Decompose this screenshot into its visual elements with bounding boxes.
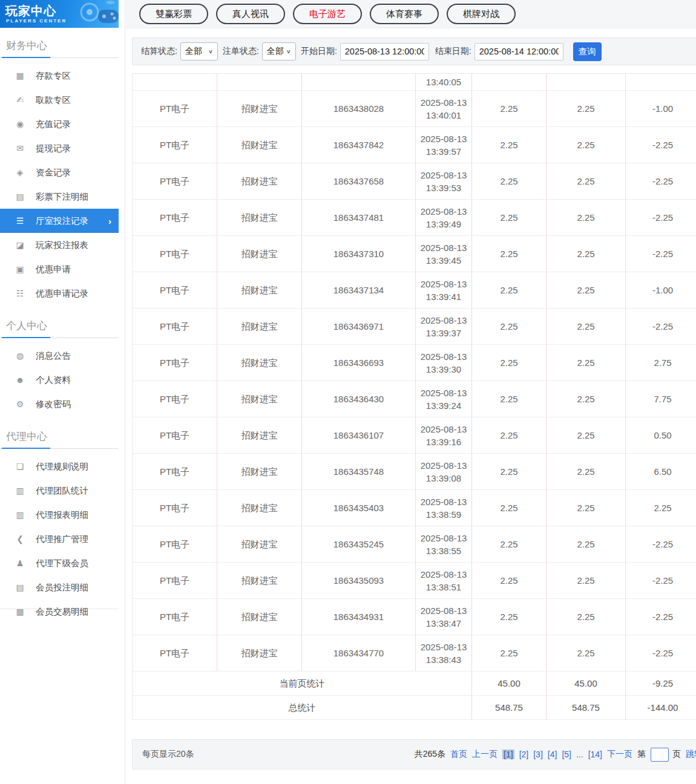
- cell-bet-time: 2025-08-1313:39:16: [416, 417, 472, 454]
- cell-game: 招财进宝: [217, 490, 302, 526]
- sidebar-item-label: 厅室投注记录: [36, 215, 88, 227]
- cash-icon: ✉: [15, 143, 25, 153]
- next-page-link[interactable]: 下一页: [607, 749, 632, 760]
- sidebar-nav: 财务中心▦存款专区✍取款专区◉充值记录✉提现记录◈资金记录▤彩票下注明细☰厅室投…: [0, 35, 119, 626]
- prev-page-link[interactable]: 上一页: [472, 749, 497, 760]
- sidebar-item-withdrawal-records[interactable]: ✉提现记录: [0, 136, 119, 160]
- sidebar-item-message-announcements[interactable]: ◍消息公告: [0, 344, 119, 368]
- cell-game: 招财进宝: [217, 526, 302, 563]
- sidebar-item-label: 代理推广管理: [36, 534, 88, 545]
- bet-records-table: 13:40:05PT电子招财进宝18634380282025-08-1313:4…: [132, 73, 696, 720]
- cell-win-loss: 0.50: [626, 417, 696, 454]
- cell-order-id: [302, 74, 416, 91]
- end-date-input[interactable]: [474, 43, 563, 60]
- cell-bet-time: 2025-08-1313:38:59: [416, 490, 472, 526]
- sidebar-item-agent-promotion-manage[interactable]: ❮代理推广管理: [0, 527, 119, 551]
- cell-platform: PT电子: [133, 563, 217, 599]
- page-link[interactable]: [3]: [533, 750, 543, 759]
- sidebar-item-promo-application[interactable]: ▣优惠申请: [0, 257, 119, 281]
- chevron-right-icon: ›: [108, 216, 111, 226]
- cell-bet-time: 2025-08-1313:38:51: [416, 563, 472, 599]
- cell-bet-amount: 2.25: [472, 200, 547, 236]
- sidebar-item-agent-sub-members[interactable]: ♟代理下级会员: [0, 551, 119, 575]
- page-link[interactable]: [14]: [588, 750, 602, 759]
- settle-status-label: 结算状态:: [141, 46, 177, 57]
- cell-platform: PT电子: [133, 454, 217, 490]
- record-list-icon: ☷: [15, 289, 25, 298]
- sidebar-item-agent-rules[interactable]: ❏代理规则说明: [0, 454, 119, 479]
- sidebar-item-lottery-bet-details[interactable]: ▤彩票下注明细: [0, 185, 119, 209]
- cell-platform: PT电子: [133, 272, 217, 309]
- sidebar-item-label: 玩家投注报表: [36, 240, 88, 251]
- sidebar-item-withdraw-zone[interactable]: ✍取款专区: [0, 88, 119, 112]
- sidebar-item-member-bet-details[interactable]: ▤会员投注明细: [0, 575, 119, 599]
- cell-order-id: 1863435245: [302, 526, 416, 563]
- funds-icon: ◈: [15, 168, 25, 177]
- person-icon: ☻: [15, 375, 25, 385]
- chevron-down-icon: ∨: [208, 48, 213, 54]
- sidebar-item-personal-profile[interactable]: ☻个人资料: [0, 368, 119, 392]
- cell-win-loss: [626, 74, 696, 91]
- cell-bet-time: 2025-08-1313:39:45: [416, 236, 472, 272]
- cell-bet-time: 2025-08-1313:39:49: [416, 200, 472, 236]
- sidebar-item-member-transaction-details[interactable]: ▦会员交易明细: [0, 599, 119, 624]
- settle-status-select[interactable]: 全部 ∨: [180, 42, 218, 60]
- players-center-app: 玩家中心 PLAYERS CENTER 财务中心▦存款专区✍取款专区◉充值记录✉…: [0, 0, 696, 784]
- money-bag-icon: ◉: [15, 119, 25, 129]
- cell-win-loss: 6.50: [626, 454, 696, 490]
- cell-bet-amount: 2.25: [472, 526, 547, 563]
- table-row: PT电子招财进宝18634350932025-08-1313:38:512.25…: [133, 563, 696, 599]
- sidebar-item-label: 资金记录: [36, 167, 71, 178]
- tab-board-card-battle[interactable]: 棋牌对战: [447, 4, 516, 24]
- cell-win-loss: -1.00: [626, 272, 696, 309]
- cell-win-loss: -2.25: [626, 163, 696, 200]
- tab-live-video[interactable]: 真人视讯: [216, 4, 285, 24]
- jump-button[interactable]: 跳转: [686, 749, 696, 760]
- sidebar-item-agent-report-details[interactable]: ▥代理报表明细: [0, 503, 119, 527]
- cell-order-id: 1863436107: [302, 417, 416, 454]
- order-status-label: 注单状态:: [223, 46, 259, 57]
- sidebar-item-label: 优惠申请: [36, 264, 71, 275]
- sidebar-item-funds-records[interactable]: ◈资金记录: [0, 160, 119, 185]
- sidebar-item-agent-team-stats[interactable]: ▥代理团队统计: [0, 479, 119, 503]
- sidebar-item-label: 优惠申请记录: [36, 288, 88, 299]
- sidebar-item-player-bet-report[interactable]: ◪玩家投注报表: [0, 233, 119, 257]
- page-link-current[interactable]: [1]: [502, 750, 514, 759]
- cell-platform: PT电子: [133, 309, 217, 345]
- start-date-input[interactable]: [340, 43, 429, 60]
- cell-game: 招财进宝: [217, 91, 302, 127]
- sidebar-item-recharge-records[interactable]: ◉充值记录: [0, 112, 119, 136]
- sidebar-item-label: 个人资料: [36, 374, 71, 386]
- page-link[interactable]: [2]: [519, 750, 529, 759]
- cell-bet-time: 2025-08-1313:39:53: [416, 163, 472, 200]
- cell-order-id: 1863434931: [302, 599, 416, 635]
- table-row: PT电子招财进宝18634364302025-08-1313:39:242.25…: [133, 381, 696, 417]
- sidebar-item-label: 代理团队统计: [36, 485, 88, 497]
- sidebar-item-change-password[interactable]: ⚙修改密码: [0, 392, 119, 416]
- tab-shuangying-lottery[interactable]: 雙赢彩票: [139, 4, 208, 24]
- settle-status-value: 全部: [185, 46, 202, 57]
- page-link[interactable]: [4]: [548, 750, 557, 759]
- jump-page-input[interactable]: [651, 748, 669, 762]
- cell-game: 招财进宝: [217, 236, 302, 272]
- report-icon: ▥: [15, 510, 25, 520]
- tab-electronic-games[interactable]: 电子游艺: [293, 4, 362, 24]
- first-page-link[interactable]: 首页: [450, 749, 467, 760]
- sidebar-item-hall-bet-records[interactable]: ☰厅室投注记录›: [0, 209, 119, 233]
- page-link[interactable]: [5]: [562, 750, 571, 759]
- table-row: PT电子招财进宝18634366932025-08-1313:39:302.25…: [133, 345, 696, 381]
- filter-bar: 结算状态: 全部 ∨ 注单状态: 全部 ∨ 开始日期: 结束日期: 查询: [132, 38, 696, 65]
- sidebar-item-promo-application-records[interactable]: ☷优惠申请记录: [0, 281, 119, 305]
- section-underline: [0, 57, 119, 58]
- cell-bet-time: 2025-08-1313:39:30: [416, 345, 472, 381]
- deposit-icon: ▦: [15, 71, 25, 80]
- list-icon: ▤: [15, 192, 25, 201]
- tab-sports-events[interactable]: 体育赛事: [370, 4, 439, 24]
- stats-label: 当前页统计: [133, 671, 472, 696]
- order-status-select[interactable]: 全部 ∨: [262, 42, 296, 60]
- cell-order-id: 1863436693: [302, 345, 416, 381]
- search-button[interactable]: 查询: [573, 42, 602, 61]
- cell-platform: PT电子: [133, 635, 217, 671]
- section-title-finance-center: 财务中心: [0, 35, 119, 57]
- sidebar-item-deposit-zone[interactable]: ▦存款专区: [0, 64, 119, 88]
